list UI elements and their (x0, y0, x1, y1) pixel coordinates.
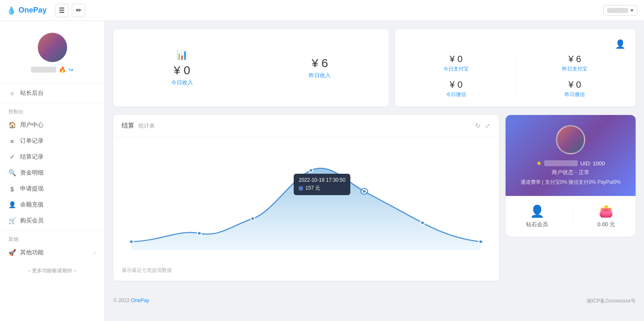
wallet-icon: 👛 (599, 204, 613, 218)
sidebar-item-funds[interactable]: 🔍 资金明细 (0, 165, 104, 181)
footer-icp-text: 湘ICP备2xxxxxxxxx号 (587, 298, 636, 304)
sidebar-divider-2 (0, 103, 104, 103)
sidebar-item-label-withdraw: 申请提现 (20, 185, 44, 193)
dollar-icon: $ (8, 185, 16, 193)
sidebar-item-recharge[interactable]: 👤 余额充值 (0, 197, 104, 213)
footer-copyright: © 2022 OnePay (113, 298, 149, 305)
edit-button[interactable]: ✏ (72, 4, 85, 17)
profile-card-body: 👤 钻石会员 👛 0.00 元 (506, 196, 636, 237)
expand-icon[interactable]: ⤢ (485, 122, 490, 130)
user-dropdown-label (607, 8, 628, 13)
sidebar-more-text: – 更多功能敬请期待 – (0, 261, 104, 281)
home-icon: 🏠 (8, 121, 16, 129)
chart-point-4 (309, 169, 313, 172)
today-alipay-amount: ¥ 0 (405, 54, 507, 65)
header: 💧 OnePay ☰ ✏ ▾ (0, 0, 644, 21)
profile-member-label: 钻石会员 (526, 221, 548, 228)
today-income-amount: ¥ 0 (174, 64, 190, 77)
today-wechat-amount: ¥ 0 (405, 79, 507, 90)
chart-footer: 展示最近七笔提现数据 (113, 263, 499, 281)
sidebar-divider-3 (0, 230, 104, 231)
alipay-sub-row: ¥ 0 今日支付宝 ¥ 0 今日微信 ¥ 6 昨日支付宝 ¥ 0 昨日微信 (405, 54, 626, 98)
logout-icon[interactable]: ↪ (68, 66, 73, 73)
chart-point-7 (479, 240, 482, 243)
logo-icon: 💧 (7, 6, 16, 15)
stats-sub-divider (515, 54, 516, 98)
admin-icon: ○ (8, 90, 16, 97)
footer-copyright-text: © 2022 (113, 298, 131, 303)
avatar (38, 33, 67, 62)
sidebar-item-settlements[interactable]: ✓ 结算记录 (0, 149, 104, 165)
chart-point-1 (130, 240, 133, 243)
chart-footer-text: 展示最近七笔提现数据 (122, 267, 172, 273)
yesterday-alipay-label: 昨日支付宝 (524, 65, 626, 73)
income-card: 📊 ¥ 0 今日收入 ¥ 6 昨日收入 (113, 29, 388, 107)
sidebar-item-user-center[interactable]: 🏠 用户中心 (0, 117, 104, 133)
today-alipay-label: 今日支付宝 (405, 65, 507, 73)
sidebar-item-label-settlements: 结算记录 (20, 153, 44, 161)
profile-username-blur (544, 160, 578, 166)
chart-body: 2022-10-18 17:30:50 157 元 (113, 137, 499, 263)
profile-card-username: ★ UID: 1000 (536, 159, 605, 167)
chart-bar-icon: 📊 (176, 50, 188, 60)
today-alipay-item: ¥ 0 今日支付宝 ¥ 0 今日微信 (405, 54, 507, 98)
user-dropdown[interactable]: ▾ (603, 5, 637, 16)
stats-row: 📊 ¥ 0 今日收入 ¥ 6 昨日收入 👤 ¥ 0 今日支付宝 ¥ 0 (113, 29, 636, 107)
main-content: 📊 ¥ 0 今日收入 ¥ 6 昨日收入 👤 ¥ 0 今日支付宝 ¥ 0 (105, 21, 644, 321)
chart-header-icons: ↻ ⤢ (475, 122, 490, 130)
chart-card: 结算 统计表 ↻ ⤢ (113, 115, 499, 281)
header-actions: ☰ ✏ (55, 4, 85, 17)
yesterday-income-amount: ¥ 6 (312, 57, 328, 70)
section-label-control: 控制台 (0, 105, 104, 117)
logo: 💧 OnePay (7, 6, 47, 15)
chart-subtitle: 统计表 (138, 123, 155, 129)
sidebar: 🔥 ↪ ○ 站长后台 控制台 🏠 用户中心 ≡ 订单记录 ✓ 结算记录 🔍 资金… (0, 21, 105, 321)
profile-balance-value: 0.00 元 (597, 221, 615, 228)
sidebar-item-label-membership: 购买会员 (20, 217, 44, 224)
chevron-down-icon: ▾ (631, 7, 634, 13)
sidebar-item-withdraw[interactable]: $ 申请提现 (0, 181, 104, 197)
person-icon: 👤 (8, 201, 16, 209)
member-icon: 👤 (530, 204, 545, 218)
footer: © 2022 OnePay 湘ICP备2xxxxxxxxx号 (113, 289, 636, 309)
alipay-card-icon: 👤 (405, 38, 626, 50)
yesterday-wechat-label: 昨日微信 (524, 91, 626, 98)
person-settings-icon: 👤 (615, 39, 626, 49)
username-placeholder (31, 67, 56, 73)
sidebar-item-admin[interactable]: ○ 站长后台 (0, 85, 104, 101)
yesterday-alipay-amount: ¥ 6 (524, 54, 626, 65)
check-circle-icon: ✓ (8, 153, 16, 161)
profile-card-banner: ★ UID: 1000 商户状态 - 正常 通道费率 | 支付宝0% 微信支付0… (506, 115, 636, 196)
footer-brand: OnePay (131, 298, 149, 303)
sidebar-divider-1 (0, 83, 104, 84)
profile-balance-item: 👛 0.00 元 (597, 204, 615, 228)
refresh-icon[interactable]: ↻ (475, 122, 481, 130)
list-icon: ≡ (8, 138, 16, 145)
sidebar-item-label-funds: 资金明细 (20, 169, 44, 177)
profile-card-info-row: 👤 钻石会员 👛 0.00 元 (514, 204, 627, 228)
menu-button[interactable]: ☰ (55, 4, 68, 17)
chart-point-2 (197, 232, 201, 235)
sidebar-item-label-recharge: 余额充值 (20, 201, 44, 209)
sidebar-item-membership[interactable]: 🛒 购买会员 (0, 213, 104, 229)
chart-point-6 (420, 221, 424, 224)
chart-svg (122, 145, 490, 254)
username-row: 🔥 ↪ (31, 66, 73, 73)
chart-point-5 (362, 190, 366, 193)
profile-uid: UID: 1000 (580, 160, 605, 167)
sidebar-item-orders[interactable]: ≡ 订单记录 (0, 133, 104, 149)
footer-icp: 湘ICP备2xxxxxxxxx号 (587, 298, 636, 305)
profile-divider (573, 206, 573, 227)
star-icon: ★ (536, 159, 542, 167)
today-wechat-label: 今日微信 (405, 91, 507, 98)
yesterday-alipay-item: ¥ 6 昨日支付宝 ¥ 0 昨日微信 (524, 54, 626, 98)
fire-icon[interactable]: 🔥 (59, 66, 66, 73)
yesterday-wechat-amount: ¥ 0 (524, 79, 626, 90)
sidebar-item-other-features[interactable]: 🚀 其他功能 ‹ (0, 245, 104, 261)
sidebar-item-label-other: 其他功能 (20, 249, 44, 256)
cart-icon: 🛒 (8, 217, 16, 224)
chart-header: 结算 统计表 ↻ ⤢ (113, 115, 499, 137)
chart-area-fill (131, 168, 481, 250)
chart-title-area: 结算 统计表 (122, 122, 155, 130)
profile-member-item: 👤 钻石会员 (526, 204, 548, 228)
